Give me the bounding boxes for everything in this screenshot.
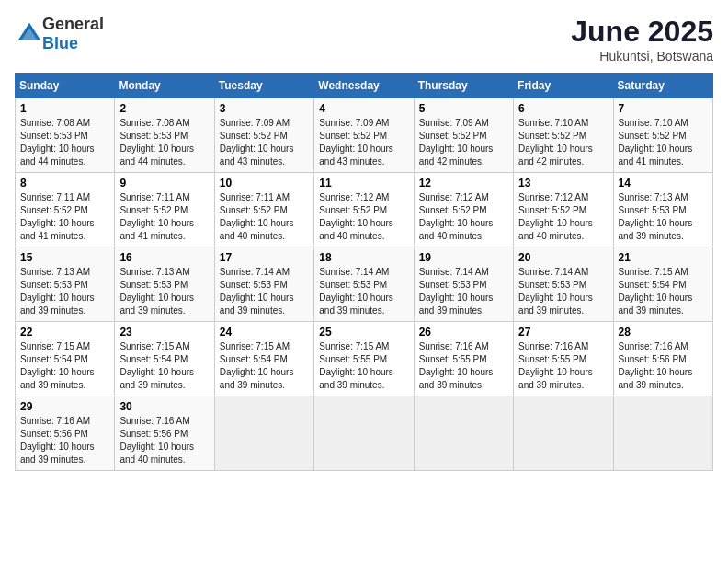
calendar-cell: 9Sunrise: 7:11 AM Sunset: 5:52 PM Daylig…: [115, 173, 214, 247]
calendar-header-thursday: Thursday: [414, 74, 513, 98]
day-number: 23: [119, 326, 209, 339]
day-number: 17: [220, 251, 309, 264]
calendar-cell: 27Sunrise: 7:16 AM Sunset: 5:55 PM Dayli…: [514, 322, 613, 396]
page-header: General Blue June 2025 Hukuntsi, Botswan…: [15, 15, 713, 63]
calendar-week-row: 1Sunrise: 7:08 AM Sunset: 5:53 PM Daylig…: [16, 98, 713, 173]
day-info: Sunrise: 7:11 AM Sunset: 5:52 PM Dayligh…: [20, 191, 109, 243]
day-number: 13: [518, 177, 608, 190]
calendar-cell: [514, 396, 613, 471]
calendar-table: SundayMondayTuesdayWednesdayThursdayFrid…: [15, 73, 713, 471]
day-info: Sunrise: 7:15 AM Sunset: 5:54 PM Dayligh…: [20, 340, 109, 392]
calendar-header-row: SundayMondayTuesdayWednesdayThursdayFrid…: [16, 74, 713, 98]
day-number: 10: [220, 177, 309, 190]
day-number: 5: [419, 102, 508, 115]
calendar-cell: 20Sunrise: 7:14 AM Sunset: 5:53 PM Dayli…: [514, 247, 613, 322]
day-info: Sunrise: 7:10 AM Sunset: 5:52 PM Dayligh…: [518, 117, 608, 168]
day-info: Sunrise: 7:16 AM Sunset: 5:56 PM Dayligh…: [619, 340, 708, 392]
calendar-week-row: 15Sunrise: 7:13 AM Sunset: 5:53 PM Dayli…: [16, 247, 713, 322]
logo-icon: [17, 21, 42, 47]
day-number: 1: [20, 102, 109, 115]
day-number: 22: [20, 326, 109, 339]
day-info: Sunrise: 7:15 AM Sunset: 5:54 PM Dayligh…: [619, 266, 708, 317]
day-number: 7: [619, 102, 708, 115]
day-number: 21: [619, 251, 708, 264]
day-number: 29: [20, 400, 109, 413]
calendar-cell: 1Sunrise: 7:08 AM Sunset: 5:53 PM Daylig…: [16, 98, 115, 173]
day-info: Sunrise: 7:09 AM Sunset: 5:52 PM Dayligh…: [220, 117, 309, 168]
day-number: 30: [119, 400, 209, 413]
calendar-cell: 29Sunrise: 7:16 AM Sunset: 5:56 PM Dayli…: [16, 396, 115, 471]
calendar-cell: 11Sunrise: 7:12 AM Sunset: 5:52 PM Dayli…: [314, 173, 414, 247]
calendar-header-saturday: Saturday: [613, 74, 712, 98]
day-info: Sunrise: 7:08 AM Sunset: 5:53 PM Dayligh…: [119, 117, 209, 168]
logo-blue: Blue: [42, 34, 78, 52]
calendar-cell: 16Sunrise: 7:13 AM Sunset: 5:53 PM Dayli…: [115, 247, 214, 322]
day-info: Sunrise: 7:15 AM Sunset: 5:54 PM Dayligh…: [220, 340, 309, 392]
calendar-header-monday: Monday: [115, 74, 214, 98]
day-info: Sunrise: 7:13 AM Sunset: 5:53 PM Dayligh…: [619, 191, 708, 243]
calendar-cell: [613, 396, 712, 471]
calendar-cell: [414, 396, 513, 471]
logo: General Blue: [15, 15, 104, 53]
calendar-cell: 6Sunrise: 7:10 AM Sunset: 5:52 PM Daylig…: [514, 98, 613, 173]
calendar-header-wednesday: Wednesday: [314, 74, 414, 98]
calendar-cell: 3Sunrise: 7:09 AM Sunset: 5:52 PM Daylig…: [214, 98, 313, 173]
day-number: 8: [20, 177, 109, 190]
day-number: 18: [319, 251, 408, 264]
day-info: Sunrise: 7:16 AM Sunset: 5:55 PM Dayligh…: [518, 340, 608, 392]
day-info: Sunrise: 7:14 AM Sunset: 5:53 PM Dayligh…: [319, 266, 408, 317]
calendar-cell: 21Sunrise: 7:15 AM Sunset: 5:54 PM Dayli…: [613, 247, 712, 322]
calendar-cell: 22Sunrise: 7:15 AM Sunset: 5:54 PM Dayli…: [16, 322, 115, 396]
day-number: 9: [119, 177, 209, 190]
calendar-cell: 2Sunrise: 7:08 AM Sunset: 5:53 PM Daylig…: [115, 98, 214, 173]
calendar-cell: 25Sunrise: 7:15 AM Sunset: 5:55 PM Dayli…: [314, 322, 414, 396]
day-info: Sunrise: 7:14 AM Sunset: 5:53 PM Dayligh…: [518, 266, 608, 317]
calendar-cell: 14Sunrise: 7:13 AM Sunset: 5:53 PM Dayli…: [613, 173, 712, 247]
day-info: Sunrise: 7:16 AM Sunset: 5:56 PM Dayligh…: [20, 415, 109, 466]
day-info: Sunrise: 7:15 AM Sunset: 5:55 PM Dayligh…: [319, 340, 408, 392]
day-number: 26: [419, 326, 508, 339]
day-number: 28: [619, 326, 708, 339]
calendar-week-row: 8Sunrise: 7:11 AM Sunset: 5:52 PM Daylig…: [16, 173, 713, 247]
title-block: June 2025 Hukuntsi, Botswana: [571, 15, 713, 63]
calendar-cell: 23Sunrise: 7:15 AM Sunset: 5:54 PM Dayli…: [115, 322, 214, 396]
day-info: Sunrise: 7:12 AM Sunset: 5:52 PM Dayligh…: [518, 191, 608, 243]
calendar-cell: 4Sunrise: 7:09 AM Sunset: 5:52 PM Daylig…: [314, 98, 414, 173]
day-number: 3: [220, 102, 309, 115]
day-info: Sunrise: 7:16 AM Sunset: 5:55 PM Dayligh…: [419, 340, 508, 392]
calendar-cell: 19Sunrise: 7:14 AM Sunset: 5:53 PM Dayli…: [414, 247, 513, 322]
day-info: Sunrise: 7:11 AM Sunset: 5:52 PM Dayligh…: [119, 191, 209, 243]
month-title: June 2025: [571, 15, 713, 49]
location: Hukuntsi, Botswana: [571, 49, 713, 63]
day-number: 20: [518, 251, 608, 264]
day-number: 24: [220, 326, 309, 339]
day-number: 2: [119, 102, 209, 115]
day-number: 16: [119, 251, 209, 264]
day-number: 19: [419, 251, 508, 264]
day-info: Sunrise: 7:10 AM Sunset: 5:52 PM Dayligh…: [619, 117, 708, 168]
day-number: 4: [319, 102, 408, 115]
calendar-header-friday: Friday: [514, 74, 613, 98]
calendar-cell: 28Sunrise: 7:16 AM Sunset: 5:56 PM Dayli…: [613, 322, 712, 396]
calendar-week-row: 29Sunrise: 7:16 AM Sunset: 5:56 PM Dayli…: [16, 396, 713, 471]
calendar-cell: 12Sunrise: 7:12 AM Sunset: 5:52 PM Dayli…: [414, 173, 513, 247]
calendar-cell: 5Sunrise: 7:09 AM Sunset: 5:52 PM Daylig…: [414, 98, 513, 173]
calendar-cell: 30Sunrise: 7:16 AM Sunset: 5:56 PM Dayli…: [115, 396, 214, 471]
calendar-cell: [214, 396, 313, 471]
calendar-header-sunday: Sunday: [16, 74, 115, 98]
day-number: 12: [419, 177, 508, 190]
day-info: Sunrise: 7:15 AM Sunset: 5:54 PM Dayligh…: [119, 340, 209, 392]
calendar-cell: 8Sunrise: 7:11 AM Sunset: 5:52 PM Daylig…: [16, 173, 115, 247]
day-info: Sunrise: 7:11 AM Sunset: 5:52 PM Dayligh…: [220, 191, 309, 243]
day-number: 6: [518, 102, 608, 115]
calendar-week-row: 22Sunrise: 7:15 AM Sunset: 5:54 PM Dayli…: [16, 322, 713, 396]
calendar-header-tuesday: Tuesday: [214, 74, 313, 98]
day-number: 15: [20, 251, 109, 264]
day-number: 11: [319, 177, 408, 190]
calendar-cell: 18Sunrise: 7:14 AM Sunset: 5:53 PM Dayli…: [314, 247, 414, 322]
calendar-cell: 26Sunrise: 7:16 AM Sunset: 5:55 PM Dayli…: [414, 322, 513, 396]
day-info: Sunrise: 7:12 AM Sunset: 5:52 PM Dayligh…: [419, 191, 508, 243]
day-info: Sunrise: 7:09 AM Sunset: 5:52 PM Dayligh…: [419, 117, 508, 168]
calendar-cell: 15Sunrise: 7:13 AM Sunset: 5:53 PM Dayli…: [16, 247, 115, 322]
day-info: Sunrise: 7:16 AM Sunset: 5:56 PM Dayligh…: [119, 415, 209, 466]
